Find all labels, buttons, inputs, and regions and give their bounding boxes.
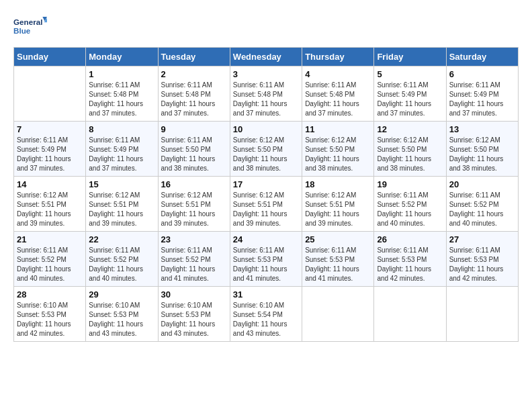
calendar-cell: 30Sunrise: 6:10 AM Sunset: 5:53 PM Dayli… (158, 287, 230, 342)
day-number: 25 (305, 234, 371, 244)
day-info: Sunrise: 6:11 AM Sunset: 5:52 PM Dayligh… (161, 246, 227, 283)
header-monday: Monday (86, 48, 158, 66)
calendar-cell: 19Sunrise: 6:11 AM Sunset: 5:52 PM Dayli… (374, 177, 446, 232)
day-number: 3 (233, 69, 299, 79)
day-number: 24 (233, 234, 299, 244)
calendar-cell: 26Sunrise: 6:11 AM Sunset: 5:53 PM Dayli… (374, 232, 446, 287)
day-info: Sunrise: 6:11 AM Sunset: 5:53 PM Dayligh… (305, 246, 371, 283)
header-sunday: Sunday (14, 48, 86, 66)
day-number: 16 (161, 179, 227, 189)
calendar-cell: 25Sunrise: 6:11 AM Sunset: 5:53 PM Dayli… (302, 232, 374, 287)
day-info: Sunrise: 6:12 AM Sunset: 5:51 PM Dayligh… (305, 191, 371, 228)
day-info: Sunrise: 6:12 AM Sunset: 5:50 PM Dayligh… (377, 136, 443, 173)
day-number: 11 (305, 124, 371, 134)
day-info: Sunrise: 6:11 AM Sunset: 5:49 PM Dayligh… (17, 136, 83, 173)
calendar-week-row: 1Sunrise: 6:11 AM Sunset: 5:48 PM Daylig… (14, 66, 519, 122)
day-number: 29 (89, 289, 154, 300)
logo: General Blue (13, 13, 47, 40)
day-info: Sunrise: 6:11 AM Sunset: 5:49 PM Dayligh… (89, 136, 154, 173)
day-info: Sunrise: 6:11 AM Sunset: 5:49 PM Dayligh… (377, 81, 443, 118)
calendar-cell (446, 287, 518, 342)
day-info: Sunrise: 6:11 AM Sunset: 5:53 PM Dayligh… (377, 246, 443, 283)
day-info: Sunrise: 6:12 AM Sunset: 5:51 PM Dayligh… (233, 191, 299, 228)
header-friday: Friday (374, 48, 446, 66)
day-info: Sunrise: 6:11 AM Sunset: 5:53 PM Dayligh… (233, 246, 299, 283)
day-number: 27 (449, 234, 515, 244)
calendar-cell: 27Sunrise: 6:11 AM Sunset: 5:53 PM Dayli… (446, 232, 518, 287)
calendar-cell: 20Sunrise: 6:11 AM Sunset: 5:52 PM Dayli… (446, 177, 518, 232)
calendar-cell: 8Sunrise: 6:11 AM Sunset: 5:49 PM Daylig… (86, 122, 158, 177)
calendar-week-row: 7Sunrise: 6:11 AM Sunset: 5:49 PM Daylig… (14, 122, 519, 177)
day-number: 4 (305, 69, 371, 79)
calendar-cell: 3Sunrise: 6:11 AM Sunset: 5:48 PM Daylig… (230, 66, 302, 122)
calendar-cell: 28Sunrise: 6:10 AM Sunset: 5:53 PM Dayli… (14, 287, 86, 342)
day-info: Sunrise: 6:11 AM Sunset: 5:48 PM Dayligh… (305, 81, 371, 118)
calendar-table: SundayMondayTuesdayWednesdayThursdayFrid… (13, 47, 519, 342)
day-info: Sunrise: 6:10 AM Sunset: 5:53 PM Dayligh… (161, 301, 227, 338)
calendar-cell: 6Sunrise: 6:11 AM Sunset: 5:49 PM Daylig… (446, 66, 518, 122)
logo-svg: General Blue (13, 13, 47, 40)
day-number: 22 (89, 234, 154, 244)
day-number: 5 (377, 69, 443, 79)
calendar-cell: 16Sunrise: 6:12 AM Sunset: 5:51 PM Dayli… (158, 177, 230, 232)
day-number: 1 (89, 69, 154, 79)
calendar-cell: 17Sunrise: 6:12 AM Sunset: 5:51 PM Dayli… (230, 177, 302, 232)
day-number: 9 (161, 124, 227, 134)
calendar-cell: 21Sunrise: 6:11 AM Sunset: 5:52 PM Dayli… (14, 232, 86, 287)
day-info: Sunrise: 6:11 AM Sunset: 5:48 PM Dayligh… (233, 81, 299, 118)
day-number: 2 (161, 69, 227, 79)
day-number: 20 (449, 179, 515, 189)
day-info: Sunrise: 6:11 AM Sunset: 5:52 PM Dayligh… (17, 246, 83, 283)
day-info: Sunrise: 6:12 AM Sunset: 5:50 PM Dayligh… (305, 136, 371, 173)
day-info: Sunrise: 6:11 AM Sunset: 5:52 PM Dayligh… (449, 191, 515, 228)
calendar-cell: 13Sunrise: 6:12 AM Sunset: 5:50 PM Dayli… (446, 122, 518, 177)
day-number: 14 (17, 179, 83, 189)
day-number: 13 (449, 124, 515, 134)
day-number: 12 (377, 124, 443, 134)
calendar-cell: 23Sunrise: 6:11 AM Sunset: 5:52 PM Dayli… (158, 232, 230, 287)
day-number: 15 (89, 179, 154, 189)
calendar-cell (374, 287, 446, 342)
day-number: 26 (377, 234, 443, 244)
day-number: 7 (17, 124, 83, 134)
calendar-cell: 18Sunrise: 6:12 AM Sunset: 5:51 PM Dayli… (302, 177, 374, 232)
calendar-cell: 5Sunrise: 6:11 AM Sunset: 5:49 PM Daylig… (374, 66, 446, 122)
page-header: General Blue (13, 13, 519, 40)
calendar-week-row: 21Sunrise: 6:11 AM Sunset: 5:52 PM Dayli… (14, 232, 519, 287)
calendar-cell (14, 66, 86, 122)
calendar-cell: 11Sunrise: 6:12 AM Sunset: 5:50 PM Dayli… (302, 122, 374, 177)
day-info: Sunrise: 6:10 AM Sunset: 5:54 PM Dayligh… (233, 301, 299, 338)
day-info: Sunrise: 6:11 AM Sunset: 5:50 PM Dayligh… (161, 136, 227, 173)
calendar-cell: 22Sunrise: 6:11 AM Sunset: 5:52 PM Dayli… (86, 232, 158, 287)
day-number: 6 (449, 69, 515, 79)
calendar-cell (302, 287, 374, 342)
day-info: Sunrise: 6:11 AM Sunset: 5:48 PM Dayligh… (89, 81, 154, 118)
day-number: 19 (377, 179, 443, 189)
day-info: Sunrise: 6:11 AM Sunset: 5:48 PM Dayligh… (161, 81, 227, 118)
svg-text:General: General (13, 17, 42, 26)
day-number: 28 (17, 289, 83, 300)
calendar-week-row: 28Sunrise: 6:10 AM Sunset: 5:53 PM Dayli… (14, 287, 519, 342)
calendar-cell: 10Sunrise: 6:12 AM Sunset: 5:50 PM Dayli… (230, 122, 302, 177)
calendar-cell: 2Sunrise: 6:11 AM Sunset: 5:48 PM Daylig… (158, 66, 230, 122)
calendar-cell: 31Sunrise: 6:10 AM Sunset: 5:54 PM Dayli… (230, 287, 302, 342)
calendar-cell: 4Sunrise: 6:11 AM Sunset: 5:48 PM Daylig… (302, 66, 374, 122)
day-info: Sunrise: 6:10 AM Sunset: 5:53 PM Dayligh… (17, 301, 83, 338)
day-info: Sunrise: 6:11 AM Sunset: 5:52 PM Dayligh… (377, 191, 443, 228)
calendar-cell: 15Sunrise: 6:12 AM Sunset: 5:51 PM Dayli… (86, 177, 158, 232)
day-info: Sunrise: 6:12 AM Sunset: 5:50 PM Dayligh… (233, 136, 299, 173)
day-number: 23 (161, 234, 227, 244)
calendar-cell: 29Sunrise: 6:10 AM Sunset: 5:53 PM Dayli… (86, 287, 158, 342)
day-info: Sunrise: 6:12 AM Sunset: 5:51 PM Dayligh… (89, 191, 154, 228)
day-number: 21 (17, 234, 83, 244)
calendar-cell: 24Sunrise: 6:11 AM Sunset: 5:53 PM Dayli… (230, 232, 302, 287)
calendar-header-row: SundayMondayTuesdayWednesdayThursdayFrid… (14, 48, 519, 66)
calendar-cell: 1Sunrise: 6:11 AM Sunset: 5:48 PM Daylig… (86, 66, 158, 122)
header-thursday: Thursday (302, 48, 374, 66)
day-info: Sunrise: 6:11 AM Sunset: 5:53 PM Dayligh… (449, 246, 515, 283)
calendar-cell: 9Sunrise: 6:11 AM Sunset: 5:50 PM Daylig… (158, 122, 230, 177)
day-number: 8 (89, 124, 154, 134)
day-info: Sunrise: 6:11 AM Sunset: 5:49 PM Dayligh… (449, 81, 515, 118)
header-tuesday: Tuesday (158, 48, 230, 66)
day-number: 31 (233, 289, 299, 300)
